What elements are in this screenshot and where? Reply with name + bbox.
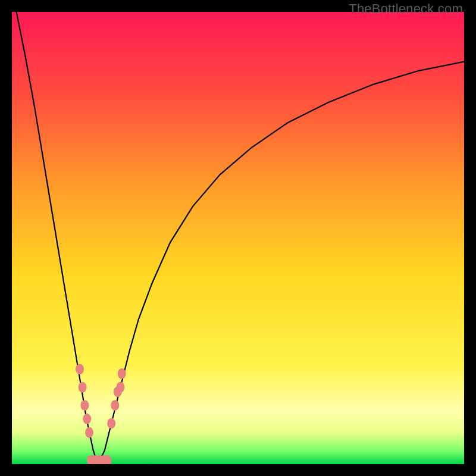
gradient-background: [12, 12, 464, 464]
marker-point: [111, 400, 119, 411]
marker-point: [80, 400, 89, 411]
marker-point: [83, 414, 91, 424]
marker-point: [116, 382, 124, 393]
marker-point: [118, 368, 126, 379]
watermark-text: TheBottleneck.com: [349, 1, 463, 17]
marker-point: [76, 364, 84, 374]
bottleneck-chart: [12, 12, 464, 464]
marker-point: [79, 382, 87, 393]
marker-point: [85, 427, 93, 438]
chart-frame: TheBottleneck.com: [0, 0, 476, 476]
marker-point: [107, 418, 115, 429]
